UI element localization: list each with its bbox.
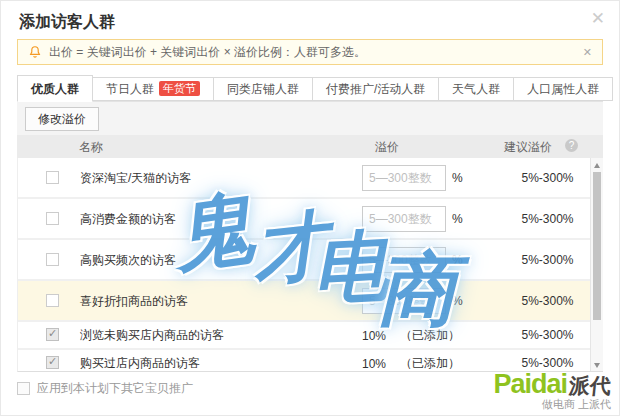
percent-sign: % — [452, 294, 463, 308]
row-checkbox[interactable] — [46, 328, 59, 341]
table-row: 高购买频次的访客 % 5%-300% — [18, 240, 603, 281]
modify-premium-button[interactable]: 修改溢价 — [25, 107, 99, 131]
tab-label: 同类店铺人群 — [227, 82, 299, 96]
premium-added-note: （已添加） — [400, 327, 460, 344]
tab-label: 天气人群 — [452, 82, 500, 96]
bell-icon — [28, 45, 42, 59]
premium-input[interactable] — [362, 165, 446, 191]
audience-name: 高消费金额的访客 — [80, 210, 176, 227]
notice-close-icon[interactable]: ✕ — [583, 46, 592, 59]
scrollbar-thumb[interactable] — [593, 172, 601, 320]
header-suggested-premium: 建议溢价 — [504, 139, 552, 156]
premium-input[interactable] — [362, 206, 446, 232]
tab-similar-shop-audience[interactable]: 同类店铺人群 — [214, 77, 313, 101]
table-body: 资深淘宝/天猫的访客 % 5%-300% 高消费金额的访客 % 5%-300% … — [17, 158, 603, 372]
audience-tabs: 优质人群 节日人群年货节 同类店铺人群 付费推广/活动人群 天气人群 人口属性人… — [17, 75, 603, 101]
dialog-title: 添加访客人群 — [19, 13, 115, 30]
table-row: 喜好折扣商品的访客 % 5%-300% — [18, 281, 603, 322]
table-row: 资深淘宝/天猫的访客 % 5%-300% — [18, 158, 603, 199]
help-icon[interactable] — [565, 139, 578, 152]
bid-formula-notice: 出价 = 关键词出价 + 关键词出价 × 溢价比例：人群可多选。 ✕ — [17, 39, 603, 65]
tab-label: 人口属性人群 — [527, 82, 599, 96]
audience-name: 喜好折扣商品的访客 — [80, 292, 188, 309]
row-checkbox[interactable] — [46, 253, 59, 266]
audience-name: 资深淘宝/天猫的访客 — [80, 169, 191, 186]
paidai-logo: Paidai 派代 做电商 上派代 — [493, 369, 611, 412]
table-row: 浏览未购买店内商品的访客 10%（已添加） 5%-300% — [18, 322, 603, 350]
tab-paid-promo-audience[interactable]: 付费推广/活动人群 — [313, 77, 439, 101]
audience-table: 名称 溢价 建议溢价 资深淘宝/天猫的访客 % 5%-300% 高消费金额的访客… — [17, 135, 603, 372]
tab-label: 付费推广/活动人群 — [326, 82, 425, 96]
row-checkbox[interactable] — [46, 171, 59, 184]
table-row: 高消费金额的访客 % 5%-300% — [18, 199, 603, 240]
premium-added-note: （已添加） — [400, 355, 460, 372]
suggested-premium: 5%-300% — [495, 356, 600, 370]
toolbar-panel: 修改溢价 — [17, 101, 603, 135]
suggested-premium: 5%-300% — [495, 328, 600, 342]
tab-label: 优质人群 — [31, 82, 79, 96]
percent-sign: % — [452, 171, 463, 185]
paidai-logo-cn: 派代 — [568, 372, 613, 400]
scroll-up-icon[interactable] — [591, 159, 603, 171]
vertical-scrollbar[interactable] — [590, 158, 603, 372]
audience-name: 购买过店内商品的访客 — [80, 355, 200, 372]
row-checkbox[interactable] — [46, 212, 59, 225]
tab-label: 节日人群 — [106, 82, 154, 96]
row-checkbox[interactable] — [46, 294, 59, 307]
suggested-premium: 5%-300% — [495, 212, 600, 226]
dialog-header: 添加访客人群 ✕ — [1, 1, 619, 37]
premium-input[interactable] — [362, 247, 446, 273]
header-name: 名称 — [79, 139, 103, 156]
percent-sign: % — [452, 253, 463, 267]
percent-sign: % — [452, 212, 463, 226]
table-header: 名称 溢价 建议溢价 — [17, 135, 603, 158]
premium-value: 10% — [362, 356, 386, 370]
notice-text: 出价 = 关键词出价 + 关键词出价 × 溢价比例：人群可多选。 — [49, 44, 366, 61]
suggested-premium: 5%-300% — [495, 294, 600, 308]
header-premium: 溢价 — [375, 139, 399, 156]
tab-festival-audience[interactable]: 节日人群年货节 — [93, 77, 214, 101]
audience-name: 高购买频次的访客 — [80, 251, 176, 268]
audience-name: 浏览未购买店内商品的访客 — [80, 327, 224, 344]
new-year-badge: 年货节 — [159, 81, 200, 96]
tab-premium-audience[interactable]: 优质人群 — [17, 75, 93, 102]
premium-value: 10% — [362, 328, 386, 342]
apply-to-plan-label: 应用到本计划下其它宝贝推广 — [37, 380, 193, 397]
row-checkbox[interactable] — [46, 356, 59, 369]
tab-demographic-audience[interactable]: 人口属性人群 — [514, 77, 613, 101]
premium-input[interactable] — [362, 288, 446, 314]
tab-weather-audience[interactable]: 天气人群 — [439, 77, 514, 101]
apply-to-plan-checkbox[interactable] — [17, 382, 30, 395]
suggested-premium: 5%-300% — [495, 253, 600, 267]
close-icon[interactable]: ✕ — [591, 10, 605, 27]
paidai-logo-en: Paidai — [493, 369, 567, 400]
suggested-premium: 5%-300% — [495, 171, 600, 185]
